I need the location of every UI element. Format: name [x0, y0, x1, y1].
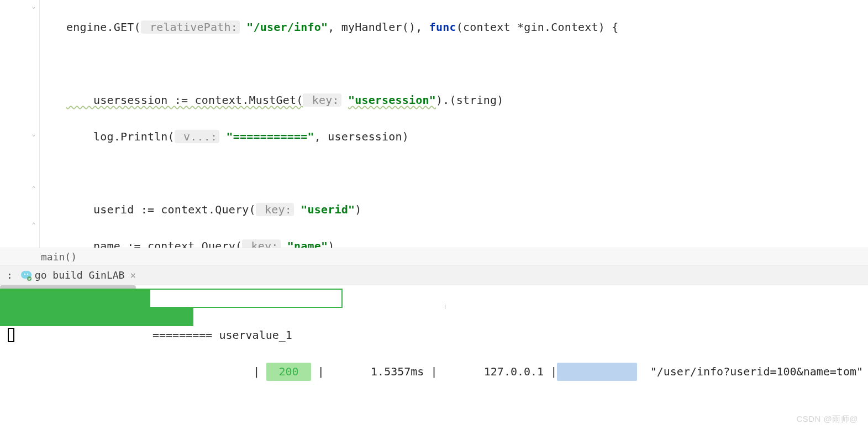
string-literal: "/user/info"	[246, 20, 328, 34]
pipe: |	[246, 365, 266, 378]
code-content[interactable]: engine.GET( relativePath: "/user/info", …	[40, 0, 868, 248]
fold-toggle-icon[interactable]: ⌄	[30, 2, 38, 10]
run-tab[interactable]: go build GinLAB ×	[18, 268, 138, 282]
code-text: usersession := context.MustGet(	[66, 93, 303, 107]
console-line: | 200 | 1.5357ms | 127.0.0.1 | GET "/use…	[0, 308, 868, 326]
client-ip: 127.0.0.1	[484, 365, 544, 378]
space	[294, 203, 301, 216]
string-literal: "==========="	[227, 130, 314, 143]
space	[637, 365, 650, 378]
latency-text: 1.5357ms	[324, 365, 424, 378]
param-hint: key:	[303, 93, 341, 107]
run-console[interactable]: ========= uservalue_1 | 200 | 1.5357ms |…	[0, 285, 868, 429]
watermark-text: CSDN @雨师@	[796, 414, 858, 425]
caret-mark	[445, 305, 445, 309]
space	[341, 93, 348, 107]
console-line: ========= uservalue_1	[0, 290, 868, 308]
http-status-badge: 200	[266, 363, 311, 381]
breadcrumb[interactable]: main()	[0, 248, 868, 265]
text-cursor	[8, 328, 14, 342]
space	[240, 20, 246, 34]
code-editor[interactable]: ⌄ ⌄ ⌃ ⌃ engine.GET( relativePath: "/user…	[0, 0, 868, 248]
fold-toggle-icon[interactable]: ⌄	[30, 130, 38, 138]
close-icon[interactable]: ×	[128, 269, 136, 281]
request-url: "/user/info?userid=100&name=tom"	[650, 365, 863, 378]
param-hint: key:	[256, 203, 294, 216]
redaction-block	[0, 308, 193, 326]
fold-end-icon: ⌃	[30, 185, 38, 192]
console-line	[0, 326, 868, 344]
code-text: log.Println(	[66, 130, 175, 143]
horizontal-scrollbar[interactable]	[0, 285, 136, 290]
pipe: |	[311, 365, 324, 378]
svg-point-3	[27, 273, 28, 274]
fold-end-icon: ⌃	[30, 221, 38, 229]
string-literal: "usersession"	[348, 93, 436, 107]
code-text: , usersession)	[314, 130, 409, 143]
breadcrumb-item[interactable]: main()	[41, 251, 77, 263]
param-hint: v...:	[175, 130, 219, 143]
code-text: userid := context.Query(	[66, 203, 256, 216]
keyword: func	[429, 20, 456, 34]
code-text: )	[355, 203, 361, 216]
code-text: , myHandler(),	[328, 20, 429, 34]
run-tab-label: go build GinLAB	[35, 269, 125, 281]
svg-point-2	[24, 273, 25, 274]
run-tab-bar: : go build GinLAB ×	[0, 265, 868, 285]
run-panel-label: :	[7, 269, 15, 281]
code-text: (context *gin.Context) {	[456, 20, 619, 34]
pipe: |	[424, 365, 483, 378]
editor-gutter: ⌄ ⌄ ⌃ ⌃	[0, 0, 40, 248]
space	[219, 130, 226, 143]
code-text: ).(string)	[436, 93, 503, 107]
go-run-icon	[20, 270, 31, 281]
param-hint: relativePath:	[141, 20, 240, 34]
http-method-badge: GET	[557, 363, 636, 381]
redaction-block	[0, 290, 150, 308]
string-literal: "userid"	[301, 203, 355, 216]
code-text: engine.GET(	[66, 20, 141, 34]
pipe: |	[544, 365, 557, 378]
